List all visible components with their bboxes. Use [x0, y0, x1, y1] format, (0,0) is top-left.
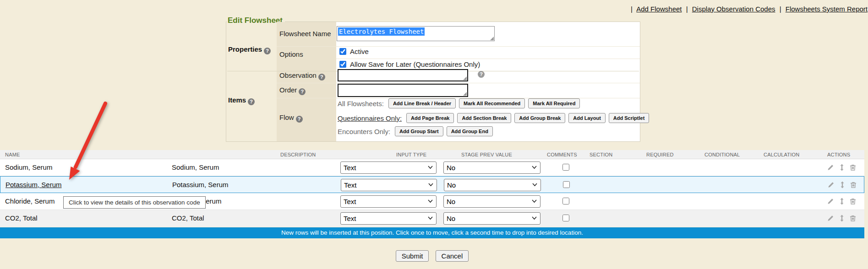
observation-description: Potassium, Serum [172, 181, 229, 188]
cancel-button[interactable]: Cancel [436, 250, 469, 262]
flow-group-encounters-only: Encounters Only: Add Group Start Add Gro… [338, 126, 493, 136]
col-header-calculation: CALCULATION [764, 152, 799, 157]
flowsheet-name-value: Electrolytes Flowsheet [338, 27, 425, 36]
stage-prev-value-select[interactable]: No [444, 179, 541, 191]
nav-link-flowsheets-system-report[interactable]: Flowsheets System Report [786, 5, 868, 13]
add-group-start-button[interactable]: Add Group Start [395, 126, 443, 136]
nav-link-display-observation-codes[interactable]: Display Observation Codes [692, 5, 775, 13]
delete-trash-icon[interactable] [850, 181, 857, 188]
col-header-description: DESCRIPTION [280, 152, 316, 157]
input-type-select[interactable]: Text [340, 195, 437, 208]
options-label: Options [279, 50, 303, 58]
input-type-select[interactable]: Text [340, 161, 437, 174]
items-help-icon[interactable]: ? [248, 98, 255, 105]
stage-prev-value-select[interactable]: No [443, 161, 540, 174]
resize-handle-icon[interactable] [463, 92, 467, 96]
mark-all-recommended-button[interactable]: Mark All Recommended [459, 98, 525, 108]
col-header-name: NAME [5, 152, 20, 157]
table-row-co2-total: CO2, Total CO2, Total Text No [0, 210, 864, 227]
nav-separator: | [686, 5, 688, 13]
table-row-sodium-serum: Sodium, Serum Sodium, Serum Text No [0, 159, 864, 176]
input-type-select[interactable]: Text [340, 212, 437, 225]
table-row-potassium-serum-selected: Potassium, Serum Potassium, Serum Text N… [0, 176, 864, 193]
observation-input[interactable] [338, 69, 468, 81]
mark-all-required-button[interactable]: Mark All Required [528, 98, 580, 108]
form-footer: Submit Cancel [0, 250, 864, 262]
add-group-end-button[interactable]: Add Group End [447, 126, 493, 136]
insert-position-bar[interactable]: New rows will be inserted at this positi… [0, 227, 864, 238]
add-section-break-button[interactable]: Add Section Break [457, 113, 511, 123]
edit-pencil-icon[interactable] [827, 215, 834, 222]
observation-name-link[interactable]: Chloride, Serum [5, 197, 55, 205]
comments-checkbox[interactable] [562, 215, 569, 221]
option-allow-save-row: Allow Save for Later (Questionnaires Onl… [339, 60, 480, 68]
flow-group-all-flowsheets: All Flowsheets: Add Line Break / Header … [338, 98, 580, 108]
delete-trash-icon[interactable] [850, 198, 856, 205]
stage-prev-value-select[interactable]: No [443, 212, 540, 225]
delete-trash-icon[interactable] [850, 215, 856, 222]
submit-button[interactable]: Submit [396, 250, 429, 262]
add-line-break-header-button[interactable]: Add Line Break / Header [388, 98, 456, 108]
observation-code-tooltip: Click to view the details of this observ… [63, 196, 206, 209]
move-updown-icon[interactable] [839, 198, 845, 205]
col-header-required: REQUIRED [646, 152, 674, 157]
resize-handle-icon[interactable] [463, 76, 467, 80]
flowsheet-name-input[interactable]: Electrolytes Flowsheet [337, 26, 495, 41]
observation-field-help-icon[interactable]: ? [478, 71, 485, 78]
order-label: Order? [279, 86, 306, 95]
comments-checkbox[interactable] [562, 198, 569, 204]
encounters-only-label: Encounters Only: [338, 128, 390, 135]
comments-checkbox[interactable] [562, 164, 569, 171]
resize-handle-icon[interactable] [490, 37, 494, 40]
delete-trash-icon[interactable] [850, 164, 856, 171]
flowsheet-items-table: NAME DESCRIPTION INPUT TYPE STAGE PREV V… [0, 150, 864, 227]
top-nav: | Add Flowsheet | Display Observation Co… [628, 5, 868, 13]
nav-link-add-flowsheet[interactable]: Add Flowsheet [636, 5, 682, 13]
add-page-break-button[interactable]: Add Page Break [406, 113, 454, 123]
edit-pencil-icon[interactable] [827, 198, 834, 205]
flow-label: Flow? [279, 113, 303, 123]
observation-label: Observation? [279, 71, 325, 81]
observation-name-link[interactable]: CO2, Total [5, 214, 38, 222]
stage-prev-value-select[interactable]: No [443, 195, 540, 208]
edit-pencil-icon[interactable] [828, 181, 835, 188]
properties-help-icon[interactable]: ? [264, 48, 271, 54]
items-section-label: Items? [228, 96, 255, 105]
field-label-column [277, 22, 336, 141]
flow-group-questionnaires-only: Questionnaires Only: Add Page Break Add … [338, 113, 649, 123]
comments-checkbox[interactable] [563, 181, 570, 188]
observation-name-link[interactable]: Potassium, Serum [5, 181, 62, 188]
flow-help-icon[interactable]: ? [296, 116, 303, 123]
input-type-select[interactable]: Text [341, 179, 437, 191]
option-active-row: Active [339, 48, 369, 55]
all-flowsheets-label: All Flowsheets: [338, 100, 384, 108]
order-help-icon[interactable]: ? [299, 88, 306, 95]
col-header-input-type: INPUT TYPE [396, 152, 426, 157]
row-divider [277, 83, 640, 83]
active-checkbox-label: Active [350, 48, 369, 55]
add-group-break-button[interactable]: Add Group Break [514, 113, 565, 123]
edit-flowsheet-panel: Edit Flowsheet Properties? Items? Flowsh… [226, 22, 640, 142]
questionnaires-only-label: Questionnaires Only: [338, 114, 402, 122]
col-header-actions: ACTIONS [827, 152, 850, 157]
table-header-row: NAME DESCRIPTION INPUT TYPE STAGE PREV V… [0, 150, 864, 159]
move-updown-icon[interactable] [839, 164, 845, 171]
col-header-comments: COMMENTS [547, 152, 577, 157]
col-header-conditional: CONDITIONAL [704, 152, 740, 157]
row-divider [277, 46, 640, 47]
observation-name-link[interactable]: Sodium, Serum [5, 163, 52, 171]
col-header-section: SECTION [590, 152, 612, 157]
page-title: Edit Flowsheet [227, 16, 285, 25]
flowsheet-name-label: Flowsheet Name [279, 30, 331, 38]
allow-save-checkbox[interactable] [339, 61, 346, 68]
col-header-stage-prev-value: STAGE PREV VALUE [461, 152, 512, 157]
move-updown-icon[interactable] [839, 215, 845, 222]
move-updown-icon[interactable] [840, 181, 845, 188]
edit-pencil-icon[interactable] [827, 164, 834, 171]
observation-help-icon[interactable]: ? [318, 74, 325, 81]
nav-separator: | [631, 5, 633, 13]
order-input[interactable] [338, 84, 468, 97]
active-checkbox[interactable] [339, 48, 346, 55]
add-scriptlet-button[interactable]: Add Scriptlet [609, 113, 649, 123]
add-layout-button[interactable]: Add Layout [568, 113, 606, 123]
